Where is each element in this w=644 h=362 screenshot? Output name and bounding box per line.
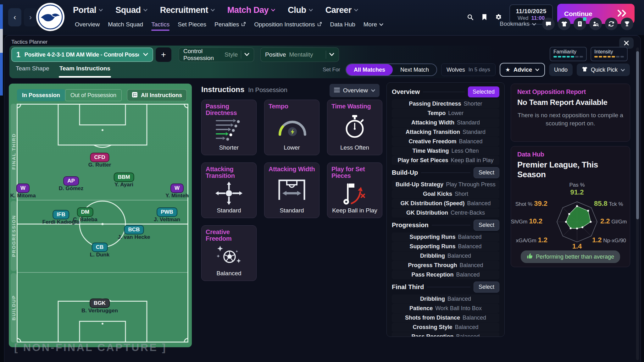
shirt-icon [582,66,588,74]
instruction-row-goal-kicks[interactable]: Goal KicksShort [392,189,499,199]
nav-portal[interactable]: Portal [73,5,103,15]
instruction-row-dribbling[interactable]: DribblingBalanced [392,251,499,261]
next-opponent-chip[interactable]: Wolves In 5 days [441,63,496,76]
forward-button[interactable]: › [24,8,37,26]
tab-out-of-possession[interactable]: Out of Possession [65,89,122,101]
nav-squad[interactable]: Squad [115,5,147,15]
selected-button-overview[interactable]: Selected [468,86,499,97]
set-for-all-matches[interactable]: All Matches [346,64,393,75]
instruction-card-creative-freedom[interactable]: Creative FreedomBalanced [201,225,257,281]
subnav-penalties[interactable]: Penalties [214,21,246,28]
instruction-card-time-wasting[interactable]: Time WastingLess Often [327,100,382,155]
role-badge[interactable]: CFD [90,153,109,162]
back-button[interactable]: ‹ [8,8,21,26]
instruction-row-passing-directness[interactable]: Passing DirectnessShorter [392,99,499,108]
instruction-row-progress-through[interactable]: Progress ThroughBalanced [392,261,499,270]
row-value: Play Through Press [446,181,496,188]
instruction-card-tempo[interactable]: TempoLower [264,100,319,155]
kit-icon-button[interactable] [558,18,570,30]
row-value: Balanced [459,138,483,145]
scouting-icon-button[interactable] [589,18,602,30]
instruction-row-pass-reception[interactable]: Pass ReceptionBalanced [392,270,499,279]
game-date: 11/10/2025 [516,8,546,15]
subnav-tactics[interactable]: Tactics [151,21,169,28]
instruction-row-time-wasting[interactable]: Time WastingLess Often [392,146,499,156]
instruction-row-build-up-strategy[interactable]: Build-Up StrategyPlay Through Press [392,180,499,189]
instruction-row-supporting-runs[interactable]: Supporting RunsBalanced [392,242,499,251]
instruction-row-crossing-style[interactable]: Crossing StyleBalanced [392,323,499,332]
tab-in-possession[interactable]: In Possession [17,89,65,101]
role-badge[interactable]: W [16,184,30,193]
role-badge[interactable]: DM [77,207,93,217]
instruction-row-attacking-transition[interactable]: Attacking TransitionStandard [392,128,499,137]
role-badge[interactable]: CB [92,243,108,252]
messages-icon-button[interactable] [542,18,555,30]
club-badge[interactable] [36,3,65,31]
style-dropdown[interactable]: Control Possession Style [179,47,254,62]
set-for-next-match[interactable]: Next Match [393,64,436,75]
sync-icon-button[interactable] [605,18,618,30]
tab-team-shape[interactable]: Team Shape [16,65,49,78]
advice-button[interactable]: ★ Advice [500,63,545,77]
tactic-name: Positive 4-2-3-1 DM AM Wide - Control Po… [25,52,139,58]
player-name: K. Mitoma [10,193,36,199]
instruction-row-creative-freedom[interactable]: Creative FreedomBalanced [392,137,499,146]
role-badge[interactable]: BBM [114,173,134,182]
role-badge[interactable]: BCB [124,225,144,234]
select-button-progression[interactable]: Select [474,220,499,231]
select-button-build-up[interactable]: Select [474,167,499,178]
trophy-icon-button[interactable] [621,18,633,30]
undo-button[interactable]: Undo [549,63,573,76]
nav-career[interactable]: Career [325,5,358,15]
chevron-down-icon [621,67,625,73]
modal-scrollbar-track[interactable] [636,47,639,360]
instruction-row-patience[interactable]: PatienceWork Ball Into Box [392,304,499,313]
search-icon[interactable] [467,14,474,22]
nav-club[interactable]: Club [288,5,313,15]
subnav-match-squad[interactable]: Match Squad [108,21,143,28]
all-instructions-button[interactable]: All Instructions [127,89,187,101]
quick-pick-button[interactable]: Quick Pick [577,63,630,76]
background-scrollbar-thumb[interactable] [0,29,3,53]
bookmarks-dropdown[interactable]: Bookmarks [500,20,536,27]
instruction-row-play-for-set-pieces[interactable]: Play for Set PiecesKeep Ball in Play [392,156,499,165]
instruction-row-shots-from-distance[interactable]: Shots from DistanceBalanced [392,313,499,322]
role-badge[interactable]: BGK [90,299,110,308]
data-hub-heading: Premier League, This Season [517,160,624,179]
subnav-overview[interactable]: Overview [75,21,100,28]
instruction-card-attacking-transition[interactable]: Attacking TransitionStandard [201,162,257,218]
row-value: Balanced [459,262,483,269]
role-badge[interactable]: AP [63,176,79,186]
chevron-down-icon [99,7,103,13]
role-badge[interactable]: IFB [53,210,69,219]
select-button-final-third[interactable]: Select [474,282,499,293]
instruction-row-pass-reception[interactable]: Pass ReceptionBalanced [392,332,499,337]
add-tactic-button[interactable]: + [156,47,171,62]
performance-badge: Performing better than average [521,250,620,263]
subnav-more[interactable]: More [364,21,383,28]
view-dropdown[interactable]: Overview [330,84,380,97]
role-badge[interactable]: W [170,184,184,193]
instruction-card-passing-directness[interactable]: Passing DirectnessShorter [201,100,257,155]
row-value: Balanced [447,253,471,259]
instruction-row-gk-distribution[interactable]: GK DistributionCentre-Backs [392,208,499,217]
tactic-selector-dropdown[interactable]: 1 Positive 4-2-3-1 DM AM Wide - Control … [11,47,153,62]
instruction-row-tempo[interactable]: TempoLower [392,109,499,118]
mentality-dropdown[interactable]: Positive Mentality [260,47,339,62]
subnav-opposition-instructions[interactable]: Opposition Instructions [254,21,322,28]
role-badge[interactable]: PWB [157,207,177,217]
modal-scrollbar-thumb[interactable] [636,51,639,219]
instruction-row-gk-distribution-speed[interactable]: GK Distribution (Speed)Balanced [392,199,499,208]
nav-recruitment[interactable]: Recruitment [160,5,215,15]
subnav-data-hub[interactable]: Data Hub [330,21,355,28]
instruction-row-supporting-runs[interactable]: Supporting RunsBalanced [392,233,499,242]
subnav-set-pieces[interactable]: Set Pieces [178,21,206,28]
nav-match-day[interactable]: Match Day [227,5,275,15]
tab-team-instructions[interactable]: Team Instructions [59,65,110,78]
bookmark-icon[interactable] [482,14,487,22]
report-icon-button[interactable] [574,18,586,30]
instruction-row-attacking-width[interactable]: Attacking WidthStandard [392,118,499,127]
instruction-row-dribbling[interactable]: DribblingBalanced [392,294,499,304]
instruction-card-play-for-set-pieces[interactable]: Play for Set PiecesKeep Ball in Play [327,162,382,218]
instruction-card-attacking-width[interactable]: Attacking WidthStandard [264,162,319,218]
